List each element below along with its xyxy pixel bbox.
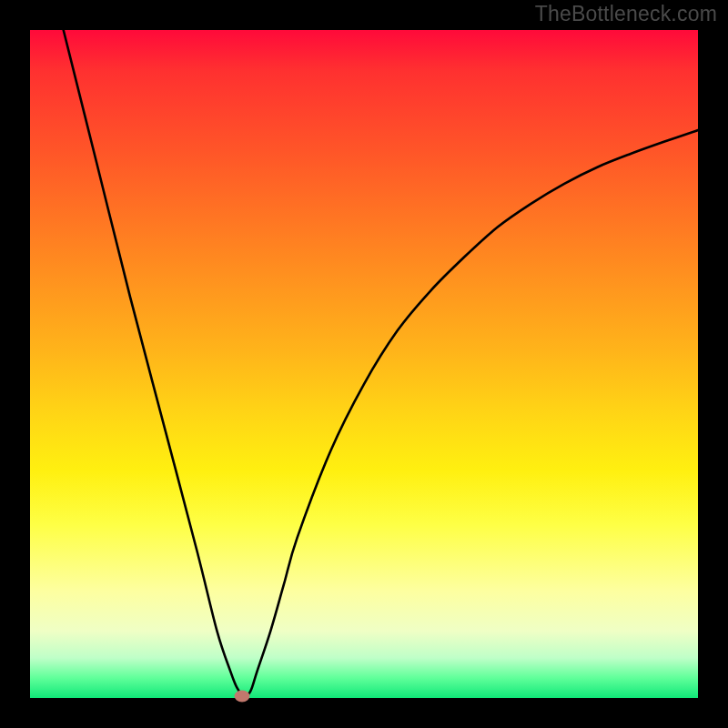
chart-frame: TheBottleneck.com	[0, 0, 728, 728]
plot-gradient-background	[30, 30, 698, 698]
watermark-text: TheBottleneck.com	[535, 2, 717, 26]
minimum-marker	[235, 690, 250, 702]
